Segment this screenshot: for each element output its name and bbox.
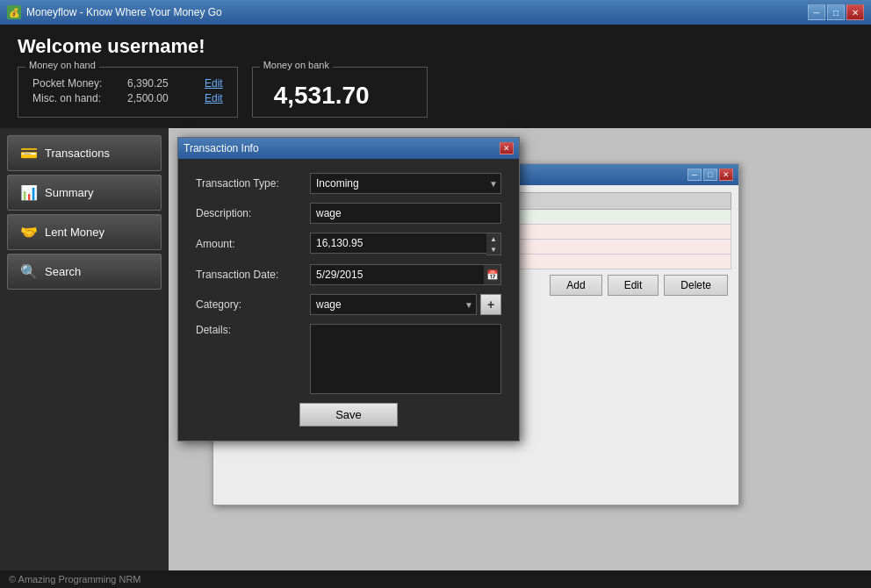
details-label: Details:	[196, 324, 310, 336]
search-label: Search	[45, 265, 81, 278]
amount-spinners: ▲ ▼	[486, 233, 501, 255]
modal-body: Transaction Type: Incoming Outgoing ▼	[178, 159, 519, 441]
close-button[interactable]: ✕	[846, 4, 864, 20]
misc-on-hand-label: Misc. on hand:	[32, 92, 120, 104]
misc-on-hand-edit[interactable]: Edit	[205, 92, 223, 104]
title-bar: 💰 Moneyflow - Know Where Your Money Go ─…	[0, 0, 871, 25]
summary-label: Summary	[45, 186, 94, 199]
date-input[interactable]	[310, 264, 484, 285]
money-on-bank-label: Money on bank	[260, 60, 333, 70]
date-label: Transaction Date:	[196, 269, 310, 281]
maximize-button[interactable]: □	[827, 4, 845, 20]
transaction-type-wrapper: Incoming Outgoing ▼	[310, 173, 501, 194]
date-row: Transaction Date: 📅	[196, 264, 501, 285]
sidebar: 💳 Transactions 📊 Summary 🤝 Lent Money 🔍 …	[0, 128, 169, 570]
category-row: Category: wage food bills entertainment …	[196, 294, 501, 315]
stats-row: Money on hand Pocket Money: 6,390.25 Edi…	[18, 67, 853, 118]
amount-input[interactable]	[310, 233, 486, 254]
lent-money-icon: 🤝	[20, 224, 38, 240]
transaction-type-select[interactable]: Incoming Outgoing	[310, 173, 501, 194]
amount-down-spinner[interactable]: ▼	[486, 244, 500, 255]
content-area: Transactions ─ □ ✕ Details Type	[169, 128, 871, 570]
window-controls: ─ □ ✕	[808, 4, 864, 20]
amount-label: Amount:	[196, 238, 310, 250]
money-on-hand-box: Money on hand Pocket Money: 6,390.25 Edi…	[18, 67, 238, 118]
modal-close-button[interactable]: ✕	[500, 142, 514, 154]
description-input[interactable]	[310, 203, 501, 224]
sidebar-item-search[interactable]: 🔍 Search	[7, 254, 162, 290]
modal-title: Transaction Info	[184, 142, 259, 154]
lent-money-label: Lent Money	[45, 226, 104, 239]
date-wrapper: 📅	[310, 264, 501, 285]
footer-text: © Amazing Programming NRM	[9, 574, 141, 584]
description-label: Description:	[196, 207, 310, 219]
bank-amount: 4,531.70	[274, 82, 406, 110]
sidebar-item-transactions[interactable]: 💳 Transactions	[7, 135, 162, 171]
money-on-hand-label: Money on hand	[25, 60, 99, 70]
sidebar-item-lent-money[interactable]: 🤝 Lent Money	[7, 214, 162, 250]
amount-row: Amount: ▲ ▼	[196, 233, 501, 255]
amount-wrapper: ▲ ▼	[310, 233, 501, 255]
pocket-money-value: 6,390.25	[127, 77, 198, 90]
welcome-section: Welcome username! Money on hand Pocket M…	[0, 25, 871, 128]
transaction-type-row: Transaction Type: Incoming Outgoing ▼	[196, 173, 501, 194]
search-icon: 🔍	[20, 263, 38, 280]
transactions-label: Transactions	[45, 147, 110, 160]
app-icon: 💰	[7, 5, 21, 19]
transaction-type-label: Transaction Type:	[196, 177, 310, 190]
pocket-money-row: Pocket Money: 6,390.25 Edit	[32, 77, 223, 90]
category-select[interactable]: wage food bills entertainment other	[310, 294, 477, 315]
misc-on-hand-row: Misc. on hand: 2,500.00 Edit	[32, 92, 223, 104]
category-select-wrapper: wage food bills entertainment other ▼	[310, 294, 477, 315]
calendar-button[interactable]: 📅	[484, 264, 501, 285]
save-button[interactable]: Save	[299, 403, 398, 427]
description-row: Description:	[196, 203, 501, 224]
welcome-title: Welcome username!	[18, 35, 853, 58]
amount-up-spinner[interactable]: ▲	[486, 233, 500, 244]
misc-on-hand-value: 2,500.00	[127, 92, 198, 104]
footer: © Amazing Programming NRM	[0, 570, 871, 588]
app-body: Welcome username! Money on hand Pocket M…	[0, 25, 871, 588]
summary-icon: 📊	[20, 184, 38, 201]
money-on-bank-box: Money on bank 4,531.70	[252, 67, 428, 118]
modal-titlebar: Transaction Info ✕	[178, 138, 519, 159]
save-row: Save	[196, 403, 501, 427]
modal-dialog: Transaction Info ✕ Transaction Type: Inc…	[177, 137, 520, 441]
modal-overlay: Transaction Info ✕ Transaction Type: Inc…	[169, 128, 871, 570]
category-wrapper: wage food bills entertainment other ▼ +	[310, 294, 501, 315]
title-bar-left: 💰 Moneyflow - Know Where Your Money Go	[7, 5, 222, 19]
sidebar-item-summary[interactable]: 📊 Summary	[7, 175, 162, 211]
details-textarea[interactable]	[310, 324, 501, 394]
main-content: 💳 Transactions 📊 Summary 🤝 Lent Money 🔍 …	[0, 128, 871, 570]
minimize-button[interactable]: ─	[808, 4, 825, 20]
app-title: Moneyflow - Know Where Your Money Go	[26, 6, 222, 18]
pocket-money-edit[interactable]: Edit	[205, 77, 223, 90]
transactions-icon: 💳	[20, 145, 38, 161]
add-category-button[interactable]: +	[480, 294, 501, 315]
category-label: Category:	[196, 298, 310, 311]
pocket-money-label: Pocket Money:	[32, 77, 120, 90]
details-row: Details:	[196, 324, 501, 394]
